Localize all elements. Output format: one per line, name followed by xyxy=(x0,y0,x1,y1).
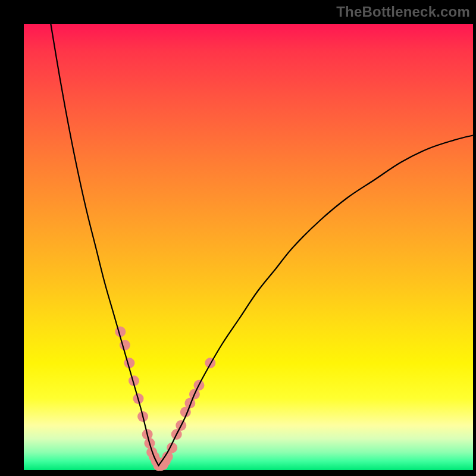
chart-svg xyxy=(24,24,473,470)
chart-frame: TheBottleneck.com xyxy=(0,0,476,476)
plot-area xyxy=(24,24,473,470)
watermark-text: TheBottleneck.com xyxy=(336,4,470,20)
markers-group xyxy=(115,327,215,471)
right-branch-curve xyxy=(159,136,474,466)
